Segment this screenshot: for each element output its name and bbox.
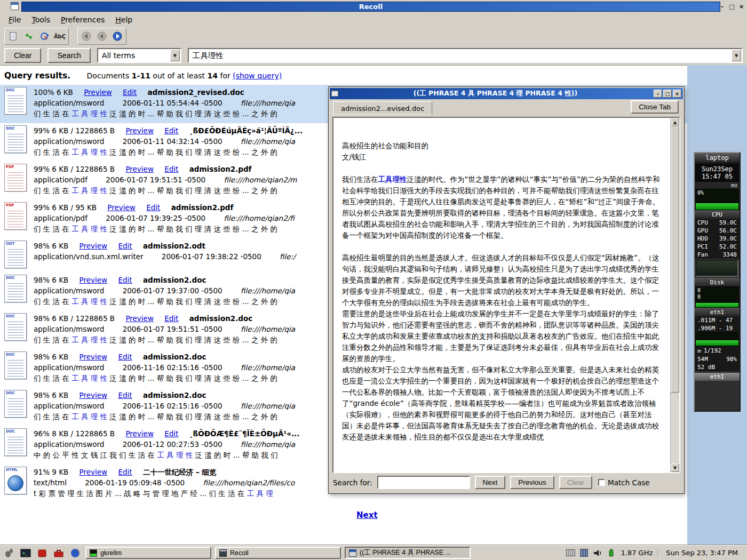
edit-link[interactable]: Edit <box>118 276 132 284</box>
doc-file-icon[interactable]: DOC <box>4 125 27 153</box>
preview-link[interactable]: Preview <box>107 203 136 212</box>
preview-close-button[interactable]: × <box>673 90 681 98</box>
pdf-file-icon[interactable]: PDF <box>4 202 27 230</box>
preview-titlebar[interactable]: ((工 PHRASE 4 具 PHRASE 4 理 PHRASE 4 性)) –… <box>330 88 683 99</box>
preview-maximize-button[interactable]: □ <box>663 90 672 98</box>
doc-file-icon[interactable]: DOC <box>4 351 27 379</box>
match-case-checkbox[interactable] <box>598 479 605 486</box>
preview-link[interactable]: Preview <box>80 468 108 476</box>
next-page-link[interactable]: Next <box>356 510 378 520</box>
edit-link[interactable]: Edit <box>164 429 178 438</box>
menu-tools[interactable]: Tools <box>26 14 55 26</box>
edit-link[interactable]: Edit <box>118 242 132 250</box>
chevron-down-icon[interactable]: ▼ <box>170 50 180 61</box>
titlebar-blue-bar[interactable]: Recoll <box>21 2 720 12</box>
edit-link[interactable]: Edit <box>146 203 160 212</box>
pdf-file-icon[interactable]: PDF <box>4 164 27 191</box>
find-clear-button[interactable]: Clear <box>559 476 592 489</box>
edit-link[interactable]: Edit <box>123 88 137 97</box>
close-tab-button[interactable]: Close Tab <box>631 100 679 114</box>
preview-link[interactable]: Preview <box>80 276 108 284</box>
menu-file[interactable]: File <box>3 14 26 26</box>
edit-link[interactable]: Edit <box>118 391 132 399</box>
close-button[interactable]: × <box>737 2 745 11</box>
scrollbar-track[interactable] <box>671 126 679 463</box>
preview-link[interactable]: Preview <box>125 165 154 173</box>
edit-link[interactable]: Edit <box>118 468 132 476</box>
preview-link[interactable]: Preview <box>80 391 108 399</box>
toolbar: ÂbÇ <box>0 27 747 46</box>
edit-link[interactable]: Edit <box>164 165 178 173</box>
footprint-launcher-icon[interactable] <box>3 547 15 559</box>
doc-file-icon[interactable]: DOC <box>4 87 27 115</box>
result-abstract: 中 的 公 平 性 文 钱 江 我 们 生 活 在 工 具 理 性 泛 滥 的 … <box>34 450 299 460</box>
clear-button[interactable]: Clear <box>4 48 41 63</box>
result-url: file:///home/qia <box>241 286 295 295</box>
search-query-combo[interactable]: ▼ <box>188 48 743 63</box>
search-mode-select[interactable]: All terms ▼ <box>97 48 181 63</box>
doc-paragraph: 高校招生最明显的目的当然是选拔人才。但这选拔人才的目标却不仅仅是人们假定“因材施… <box>342 252 664 308</box>
menu-help[interactable]: Help <box>110 14 138 26</box>
preview-find-bar: Search for: Next Previous Clear Match Ca… <box>329 474 684 493</box>
menu-preferences[interactable]: Preferences <box>55 14 110 26</box>
preview-link[interactable]: Preview <box>125 314 154 323</box>
page-lines <box>7 95 23 112</box>
preview-link[interactable]: Preview <box>80 242 108 250</box>
recoll-window-titlebar[interactable]: Recoll – □ × <box>0 0 747 13</box>
next-page-icon[interactable] <box>110 29 124 43</box>
update-index-icon[interactable] <box>37 29 51 43</box>
first-page-icon[interactable] <box>80 29 93 43</box>
taskbar-task-recoll[interactable]: Recoll <box>215 547 341 559</box>
preview-link[interactable]: Preview <box>84 88 112 97</box>
find-previous-button[interactable]: Previous <box>510 476 554 489</box>
scroll-down-icon[interactable]: ▼ <box>671 463 679 472</box>
edit-link[interactable]: Edit <box>118 353 132 361</box>
edit-link[interactable]: Edit <box>164 314 178 323</box>
taskbar-task-preview[interactable]: ((工 PHRASE 4 具 PHRASE ... <box>345 547 471 559</box>
search-button[interactable]: Search <box>47 48 90 63</box>
result-mimetype: application/pdf <box>34 214 88 222</box>
result-datetime: 2006-01-11 04:32:14 -0500 <box>123 137 222 146</box>
maximize-button[interactable]: □ <box>728 2 736 11</box>
preview-link[interactable]: Preview <box>125 429 154 438</box>
power-plug-icon[interactable] <box>606 548 616 558</box>
search-query-input[interactable] <box>189 51 731 60</box>
result-url: file:///home/qia <box>241 440 295 449</box>
find-input[interactable] <box>377 476 470 489</box>
doc-file-icon[interactable]: DOC <box>4 428 27 456</box>
clear-history-icon[interactable] <box>6 29 20 43</box>
scroll-up-icon[interactable]: ▲ <box>671 118 679 126</box>
html-file-icon[interactable]: HTML <box>4 467 27 494</box>
query-history-chevron-icon[interactable]: ▼ <box>732 50 741 61</box>
preview-minimize-button[interactable]: – <box>654 90 662 98</box>
taskbar-task-gkrellm[interactable]: gkrellm <box>85 547 211 559</box>
result-url: file:///home/qia <box>241 137 295 146</box>
doc-file-icon[interactable]: DOC <box>4 390 27 418</box>
workspace-switcher-icon[interactable] <box>579 548 589 558</box>
doc-file-icon[interactable]: DOC <box>4 313 27 341</box>
desktop-screen: Recoll – □ × File Tools Preferences Help… <box>0 0 747 560</box>
prev-page-icon[interactable] <box>95 29 109 43</box>
keyboard-layout-icon[interactable] <box>566 548 576 558</box>
firefox-launcher-icon[interactable] <box>69 547 82 559</box>
odt-file-icon[interactable]: ODT <box>4 241 27 268</box>
doc-file-icon[interactable]: DOC <box>4 275 27 302</box>
scrollbar-thumb[interactable] <box>671 126 679 393</box>
preview-document-tab[interactable]: admission2...evised.doc <box>333 101 432 115</box>
result-abstract: 们 生 活 在 工 具 理 性 泛 滥 的 时 ... 帮 助 我 们 理 清 … <box>34 373 295 383</box>
edit-link[interactable]: Edit <box>164 126 178 135</box>
red-app-launcher-icon[interactable] <box>36 547 49 559</box>
preview-link[interactable]: Preview <box>80 353 108 361</box>
spellcheck-icon[interactable]: ÂbÇ <box>53 29 67 43</box>
preview-link[interactable]: Preview <box>125 126 154 135</box>
gkrellm-panel[interactable]: laptop Sun23Sep 15:47 05 mo 0% CPU CPU59… <box>694 152 741 412</box>
terminal-launcher-icon[interactable]: >_ <box>19 547 32 559</box>
volume-icon[interactable] <box>593 548 602 558</box>
sort-icon[interactable] <box>22 29 36 43</box>
result-score-size: 99% 6 KB / 95 KB <box>34 203 97 212</box>
toolbox-launcher-icon[interactable] <box>52 547 65 559</box>
show-query-link[interactable]: (show query) <box>233 71 282 80</box>
minimize-button[interactable]: – <box>718 2 726 11</box>
find-next-button[interactable]: Next <box>475 476 506 489</box>
preview-scrollbar[interactable]: ▲ ▼ <box>670 118 679 472</box>
